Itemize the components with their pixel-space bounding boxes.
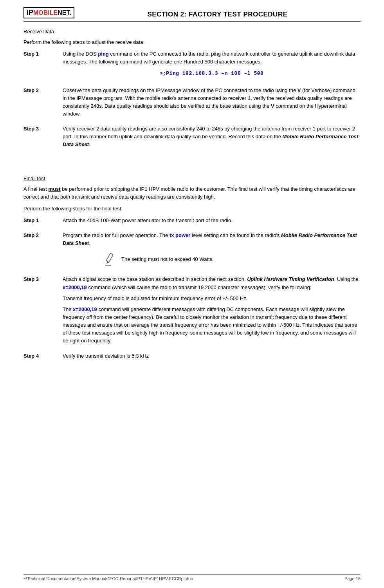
logo-net: NET. xyxy=(58,9,71,16)
logo-box: IP MOBILE NET. xyxy=(23,7,74,18)
final-step-3-content: Attach a digital scope to the base stati… xyxy=(63,275,361,347)
final-test-intro2: Perform the following steps for the fina… xyxy=(23,205,361,213)
final-step-4-content: Verify the transmit deviation is 5.3 kHz xyxy=(63,352,361,362)
final-step-1-label: Step 1 xyxy=(23,217,63,227)
uplink-bold-italic: Uplink Hardware Timing Verification xyxy=(247,276,334,282)
x2000-highlight-1: x=2000,19 xyxy=(63,284,87,290)
receive-step-2-text: Observe the data quality readings on the… xyxy=(63,87,361,118)
receive-step-3-label: Step 3 xyxy=(23,125,63,151)
receive-step-1: Step 1 Using the DOS ping command on the… xyxy=(23,50,361,81)
receive-step-1-label: Step 1 xyxy=(23,50,63,81)
section-title: SECTION 2: FACTORY TEST PROCEDURE xyxy=(74,11,361,18)
v-bold-1: V xyxy=(297,87,301,93)
footer-left: ~\Technical Documentation\System Manuals… xyxy=(23,576,193,581)
receive-data-heading: Receive Data xyxy=(23,29,361,34)
receive-step-2: Step 2 Observe the data quality readings… xyxy=(23,87,361,121)
final-step-1-content: Attach the 40dB 100-Watt power attenuato… xyxy=(63,217,361,227)
note-box: The setting must not to exceed 40 Watts. xyxy=(102,252,361,266)
ping-command: >;Ping 192.168.3.3 –n 100 –l 500 xyxy=(63,70,361,78)
final-step-3: Step 3 Attach a digital scope to the bas… xyxy=(23,275,361,347)
must-text: must xyxy=(49,186,61,192)
final-step-4-text: Verify the transmit deviation is 5.3 kHz xyxy=(63,352,361,360)
logo-area: IP MOBILE NET. xyxy=(23,7,74,18)
content: Receive Data Perform the following steps… xyxy=(23,29,361,362)
final-test-intro1: A final test must be performed prior to … xyxy=(23,185,361,201)
receive-step-3-text: Verify receiver 2 data quality readings … xyxy=(63,125,361,148)
page: IP MOBILE NET. SECTION 2: FACTORY TEST P… xyxy=(0,0,384,588)
receive-step-3-content: Verify receiver 2 data quality readings … xyxy=(63,125,361,151)
x2000-highlight-2: x=2000,19 xyxy=(73,306,97,312)
final-step-3-label: Step 3 xyxy=(23,275,63,347)
final-step-3-text-main: Attach a digital scope to the base stati… xyxy=(63,275,361,291)
svg-rect-0 xyxy=(106,253,113,262)
logo-ip: IP xyxy=(27,9,33,17)
final-step-4-label: Step 4 xyxy=(23,352,63,362)
final-test-heading: Final Test xyxy=(23,175,361,181)
receive-step-2-content: Observe the data quality readings on the… xyxy=(63,87,361,121)
final-step-2: Step 2 Program the radio for full power … xyxy=(23,232,361,271)
final-step-2-content: Program the radio for full power operati… xyxy=(63,232,361,271)
receive-data-intro: Perform the following steps to adjust th… xyxy=(23,38,361,46)
receive-step-3-bold-italic: Mobile Radio Performance Test Data Sheet xyxy=(63,134,358,147)
v-bold-2: V xyxy=(271,103,274,109)
final-step-1-text: Attach the 40dB 100-Watt power attenuato… xyxy=(63,217,361,224)
receive-step-1-content: Using the DOS ping command on the PC con… xyxy=(63,50,361,81)
final-step-2-bold-italic: Mobile Radio Performance Test Data Sheet xyxy=(63,232,357,246)
footer-right: Page 15 xyxy=(344,576,361,581)
receive-step-1-text: Using the DOS ping command on the PC con… xyxy=(63,50,361,66)
final-step-2-label: Step 2 xyxy=(23,232,63,271)
header: IP MOBILE NET. SECTION 2: FACTORY TEST P… xyxy=(23,7,361,22)
final-step-4: Step 4 Verify the transmit deviation is … xyxy=(23,352,361,362)
ping-highlight: ping xyxy=(98,51,108,57)
final-step-3-sub1: Transmit frequency of radio is adjusted … xyxy=(63,295,361,302)
note-text: The setting must not to exceed 40 Watts. xyxy=(121,255,214,263)
pencil-icon xyxy=(102,252,116,266)
receive-step-2-label: Step 2 xyxy=(23,87,63,121)
logo-mobile: MOBILE xyxy=(33,9,58,16)
final-step-3-sub2: The x=2000,19 command will generate diff… xyxy=(63,306,361,345)
final-step-1: Step 1 Attach the 40dB 100-Watt power at… xyxy=(23,217,361,227)
tx-power-highlight: tx power xyxy=(169,232,190,238)
final-step-2-text: Program the radio for full power operati… xyxy=(63,232,361,247)
footer: ~\Technical Documentation\System Manuals… xyxy=(23,574,361,581)
receive-step-3: Step 3 Verify receiver 2 data quality re… xyxy=(23,125,361,151)
